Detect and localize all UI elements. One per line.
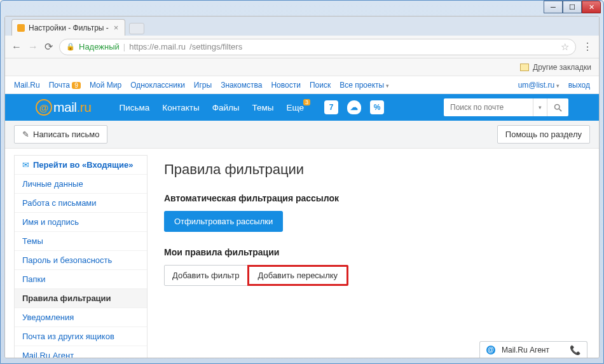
nav-odnoklassniki[interactable]: Одноклассники [130, 81, 185, 90]
nav-themes[interactable]: Темы [252, 103, 274, 112]
address-bar: ← → ⟳ 🔒 Надежный | https://e.mail.ru/set… [5, 36, 599, 58]
favicon-icon [17, 24, 25, 32]
nav-mail[interactable]: Почта 9 [49, 81, 81, 90]
cloud-icon[interactable]: ☁ [347, 100, 361, 114]
sidebar-item-themes[interactable]: Темы [15, 232, 147, 251]
nav-more[interactable]: Еще3 [287, 103, 304, 112]
percent-icon[interactable] [370, 100, 384, 114]
page-title: Правила фильтрации [164, 161, 590, 178]
section-auto-filter-title: Автоматическая фильтрация рассылок [164, 193, 590, 203]
tab-close-icon[interactable]: × [113, 23, 120, 32]
bookmark-star-icon[interactable]: ☆ [561, 41, 569, 53]
at-icon: @ [36, 99, 52, 116]
svg-line-1 [559, 109, 561, 111]
window-controls: ─ ☐ ✕ [544, 1, 601, 13]
sidebar-item-inbox[interactable]: ✉ Перейти во «Входящие» [15, 156, 147, 175]
mail-count-badge: 9 [72, 82, 81, 89]
calendar-icon[interactable]: 7 [324, 100, 338, 114]
search-input[interactable] [444, 98, 533, 116]
nav-games[interactable]: Игры [194, 81, 212, 90]
sidebar-item-agent[interactable]: Mail.Ru Агент [15, 346, 147, 358]
svg-point-0 [555, 104, 560, 109]
close-button[interactable]: ✕ [582, 1, 601, 13]
nav-mailru[interactable]: Mail.Ru [14, 81, 40, 90]
agent-label: Mail.Ru Агент [502, 346, 549, 354]
nav-search[interactable]: Поиск [310, 81, 331, 90]
folder-icon [520, 64, 529, 71]
sidebar-item-security[interactable]: Пароль и безопасность [15, 251, 147, 270]
compose-icon [22, 130, 29, 139]
help-button[interactable]: Помощь по разделу [497, 125, 590, 144]
more-badge: 3 [303, 99, 310, 105]
agent-status-icon: @ [486, 346, 495, 354]
nav-all-projects[interactable]: Все проекты [340, 81, 389, 90]
search-box: ▾ [444, 98, 568, 116]
search-button[interactable] [547, 98, 568, 116]
nav-files[interactable]: Файлы [212, 103, 240, 112]
action-row: Написать письмо Помощь по разделу [5, 121, 599, 149]
other-bookmarks-link[interactable]: Другие закладки [533, 63, 591, 72]
search-dropdown[interactable]: ▾ [533, 98, 547, 116]
forward-button[interactable]: → [28, 41, 38, 53]
browser-menu-button[interactable]: ⋮ [582, 41, 593, 53]
window-frame: ─ ☐ ✕ Настройки - Фильтры - × ← → ⟳ 🔒 На… [0, 0, 604, 364]
phone-icon[interactable]: 📞 [570, 345, 580, 355]
page-content: Mail.Ru Почта 9 Мой Мир Одноклассники Иг… [5, 76, 599, 358]
envelope-icon: ✉ [22, 160, 29, 170]
search-icon [553, 103, 563, 112]
sidebar-item-messages[interactable]: Работа с письмами [15, 194, 147, 213]
sidebar-item-personal[interactable]: Личные данные [15, 175, 147, 194]
maximize-button[interactable]: ☐ [563, 1, 582, 13]
reload-button[interactable]: ⟳ [45, 41, 53, 53]
rules-button-row: Добавить фильтр Добавить пересылку [164, 265, 590, 286]
lock-icon: 🔒 [66, 43, 75, 51]
sidebar-item-filters[interactable]: Правила фильтрации [15, 289, 147, 308]
tab-strip: Настройки - Фильтры - × [5, 17, 599, 36]
browser-window: Настройки - Фильтры - × ← → ⟳ 🔒 Надежный… [4, 16, 600, 358]
sidebar-item-notifications[interactable]: Уведомления [15, 308, 147, 327]
sidebar-item-signature[interactable]: Имя и подпись [15, 213, 147, 232]
browser-tab[interactable]: Настройки - Фильтры - × [11, 19, 125, 36]
top-nav: Mail.Ru Почта 9 Мой Мир Одноклассники Иг… [5, 76, 599, 94]
bookmarks-bar: Другие закладки [5, 58, 599, 76]
tab-title: Настройки - Фильтры - [29, 24, 109, 32]
back-button[interactable]: ← [11, 41, 22, 53]
secure-label: Надежный [79, 42, 120, 51]
sidebar-item-other-mail[interactable]: Почта из других ящиков [15, 327, 147, 346]
logout-link[interactable]: выход [568, 81, 590, 90]
new-tab-button[interactable] [129, 23, 144, 34]
mailru-logo[interactable]: @ mail.ru [36, 99, 92, 116]
nav-letters[interactable]: Письма [120, 103, 150, 112]
add-forward-button[interactable]: Добавить пересылку [247, 265, 349, 286]
nav-news[interactable]: Новости [271, 81, 300, 90]
user-email-menu[interactable]: um@list.ru [518, 81, 559, 90]
sidebar-item-folders[interactable]: Папки [15, 270, 147, 289]
add-filter-button[interactable]: Добавить фильтр [164, 265, 248, 286]
titlebar: ─ ☐ ✕ [1, 1, 603, 16]
agent-bar[interactable]: @ Mail.Ru Агент 📞 [479, 341, 587, 358]
minimize-button[interactable]: ─ [544, 1, 563, 13]
settings-sidebar: ✉ Перейти во «Входящие» Личные данные Ра… [14, 155, 148, 358]
content-area: ✉ Перейти во «Входящие» Личные данные Ра… [5, 149, 599, 358]
url-host: https://e.mail.ru [129, 42, 186, 51]
section-my-rules-title: Мои правила фильтрации [164, 247, 590, 257]
nav-contacts[interactable]: Контакты [162, 103, 199, 112]
compose-button[interactable]: Написать письмо [14, 125, 107, 144]
nav-mymir[interactable]: Мой Мир [90, 81, 121, 90]
main-panel: Правила фильтрации Автоматическая фильтр… [148, 155, 590, 358]
filter-mailings-button[interactable]: Отфильтровать рассылки [164, 211, 283, 232]
main-nav-bar: @ mail.ru Письма Контакты Файлы Темы Еще… [5, 94, 599, 121]
nav-dating[interactable]: Знакомства [221, 81, 262, 90]
url-input[interactable]: 🔒 Надежный | https://e.mail.ru/settings/… [59, 39, 576, 55]
url-path: /settings/filters [189, 42, 242, 51]
